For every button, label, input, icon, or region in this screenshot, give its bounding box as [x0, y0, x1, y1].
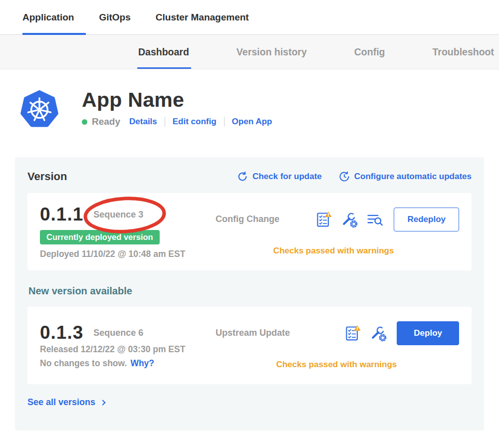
see-all-versions-link[interactable]: See all versions [27, 397, 105, 408]
status-dot-icon [82, 119, 87, 125]
version-source-label: Upstream Update [216, 328, 300, 338]
preflight-checks-icon[interactable] [344, 325, 361, 342]
current-version-number: 0.1.1 [40, 204, 83, 225]
why-link[interactable]: Why? [130, 358, 154, 369]
configure-auto-updates-label: Configure automatic updates [354, 172, 472, 182]
new-version-card: 0.1.3 Sequence 6 Released 12/12/22 @ 03:… [27, 307, 472, 384]
details-link[interactable]: Details [129, 117, 157, 127]
tab-cluster-management[interactable]: Cluster Management [156, 0, 249, 34]
page-title: App Name [82, 88, 272, 112]
primary-nav: Application GitOps Cluster Management [0, 0, 499, 35]
tab-dashboard[interactable]: Dashboard [138, 35, 189, 69]
auto-update-icon [339, 171, 350, 182]
version-panel-actions: Check for update Configure automatic upd… [237, 171, 472, 182]
deployed-timestamp: Deployed 11/10/22 @ 10:48 am EST [40, 249, 216, 259]
checks-warning-text: Checks passed with warnings [216, 246, 394, 256]
new-version-info: 0.1.3 Sequence 6 Released 12/12/22 @ 03:… [40, 322, 216, 369]
current-version-info: 0.1.1 Sequence 3 Currently deployed vers… [40, 204, 216, 259]
current-sequence-label: Sequence 3 [93, 210, 143, 220]
check-for-update-label: Check for update [252, 172, 322, 182]
chevron-right-icon [100, 400, 105, 405]
view-files-icon[interactable] [366, 211, 383, 228]
version-action-icons [300, 211, 394, 228]
tab-application[interactable]: Application [22, 0, 74, 34]
version-action-icons [300, 325, 387, 342]
tab-gitops[interactable]: GitOps [99, 0, 130, 34]
preflight-checks-icon[interactable] [315, 211, 332, 228]
checks-warning-text: Checks passed with warnings [216, 360, 397, 370]
tab-config[interactable]: Config [354, 35, 385, 69]
see-all-versions-label: See all versions [27, 397, 95, 408]
config-wrench-icon[interactable] [341, 211, 358, 228]
version-panel-header: Version Check for update [27, 170, 472, 183]
status-badge: Ready [92, 116, 120, 127]
divider [165, 117, 165, 127]
divider [224, 117, 225, 127]
configure-auto-updates-link[interactable]: Configure automatic updates [339, 171, 472, 182]
deploy-button[interactable]: Deploy [397, 321, 459, 345]
app-header: App Name Ready Details Edit config Open … [0, 69, 499, 131]
redeploy-button[interactable]: Redeploy [394, 208, 459, 231]
kubernetes-logo-icon [18, 88, 61, 131]
config-wrench-icon[interactable] [370, 325, 387, 342]
no-changes-text: No changes to show. [40, 358, 127, 369]
released-timestamp: Released 12/12/22 @ 03:30 pm EST [40, 344, 216, 355]
app-status-row: Ready Details Edit config Open App [82, 116, 272, 127]
version-source-label: Config Change [216, 214, 300, 224]
refresh-icon [237, 171, 248, 182]
check-for-update-link[interactable]: Check for update [237, 171, 322, 182]
version-heading: Version [27, 170, 67, 183]
current-version-card: 0.1.1 Sequence 3 Currently deployed vers… [27, 193, 472, 270]
tab-version-history[interactable]: Version history [237, 35, 307, 69]
open-app-link[interactable]: Open App [232, 117, 272, 127]
new-version-number: 0.1.3 [40, 322, 83, 343]
edit-config-link[interactable]: Edit config [173, 117, 217, 127]
new-version-heading: New version available [28, 285, 472, 297]
new-sequence-label: Sequence 6 [93, 328, 143, 338]
version-panel: Version Check for update [15, 157, 484, 431]
currently-deployed-badge: Currently deployed version [40, 230, 160, 244]
tab-troubleshoot[interactable]: Troubleshoot [432, 35, 494, 69]
app-sub-nav: Dashboard Version history Config Trouble… [0, 35, 499, 69]
